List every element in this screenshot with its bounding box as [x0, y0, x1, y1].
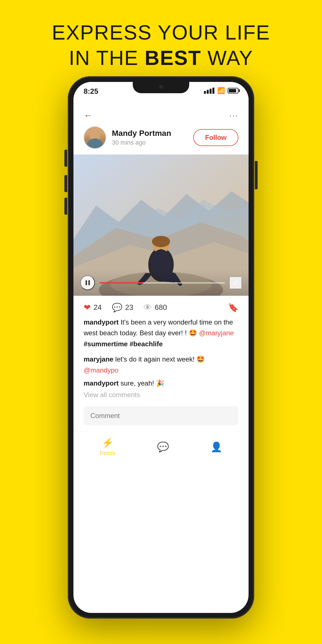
- caption-mention[interactable]: @maryjane: [199, 329, 234, 337]
- comment-2: mandyport sure, yeah! 🎉: [84, 378, 238, 389]
- hero-title: EXPRESS YOUR LIFE IN THE BEST WAY: [0, 20, 322, 71]
- hero-line1: EXPRESS YOUR LIFE: [52, 21, 270, 44]
- fullscreen-button[interactable]: ⤢: [229, 277, 242, 289]
- comment-input[interactable]: [84, 406, 238, 425]
- pause-button[interactable]: [80, 275, 95, 290]
- user-name: Mandy Portman: [112, 129, 193, 138]
- battery-fill: [229, 89, 236, 92]
- wifi-icon: 📶: [217, 87, 225, 94]
- avatar: [84, 126, 106, 149]
- pause-bar-left: [86, 280, 87, 285]
- comment-1-text: let's do it again next week! 🤩: [115, 355, 205, 363]
- comment-1-user: maryjane: [84, 355, 113, 363]
- notch: [133, 82, 189, 93]
- feeds-icon: ⚡: [102, 437, 114, 448]
- views-icon: 👁: [143, 303, 152, 312]
- svg-point-10: [152, 236, 170, 247]
- user-details: Mandy Portman 30 mins ago: [112, 129, 193, 146]
- status-icons: 📶: [204, 87, 238, 94]
- views-item: 👁 680: [143, 303, 167, 312]
- comment-input-area: [73, 402, 249, 431]
- hero-line2-suffix: WAY: [201, 47, 253, 69]
- status-bar: 8:25 📶: [73, 82, 249, 105]
- comment-1: maryjane let's do it again next week! 🤩 …: [84, 354, 238, 376]
- more-options-button[interactable]: ···: [229, 111, 238, 120]
- top-nav: ← ···: [73, 105, 249, 123]
- nav-feeds[interactable]: ⚡ Feeds: [100, 437, 116, 456]
- engagement-bar: ❤ 24 💬 23 👁 680 🔖: [73, 296, 249, 317]
- user-info: Mandy Portman 30 mins ago Follow: [73, 123, 249, 155]
- post-media: ⤢: [73, 155, 249, 296]
- notch-camera: [159, 85, 163, 89]
- likes-item: ❤ 24: [84, 303, 102, 312]
- comments-item: 💬 23: [112, 303, 133, 312]
- view-all-comments[interactable]: View all comments: [84, 391, 238, 399]
- signal-bar-1: [204, 91, 206, 94]
- phone-frame: 8:25 📶 ←: [68, 76, 254, 619]
- fullscreen-icon: ⤢: [232, 279, 239, 287]
- phone-screen: 8:25 📶 ←: [73, 82, 249, 613]
- avatar-image: [84, 127, 106, 148]
- nav-profile[interactable]: 👤: [210, 441, 222, 452]
- progress-fill: [99, 282, 143, 284]
- signal-bar-4: [212, 88, 214, 94]
- app-content: ← ··· Mandy Portman 30 mins ago Follow: [73, 105, 249, 613]
- video-controls: ⤢: [73, 270, 249, 296]
- bottom-nav: ⚡ Feeds 💬 👤: [73, 431, 249, 468]
- signal-bar-2: [207, 90, 209, 94]
- user-timestamp: 30 mins ago: [112, 139, 193, 146]
- signal-bar-3: [210, 89, 212, 94]
- hero-line2-prefix: IN THE: [69, 47, 145, 69]
- chat-icon: 💬: [157, 441, 169, 452]
- comment-2-user: mandyport: [84, 379, 119, 387]
- pause-icon: [86, 280, 90, 285]
- hero-section: EXPRESS YOUR LIFE IN THE BEST WAY: [0, 0, 322, 71]
- comment-icon[interactable]: 💬: [112, 303, 122, 312]
- comment-1-mention[interactable]: @mandypo: [84, 366, 118, 374]
- hero-line2-bold: BEST: [145, 47, 201, 69]
- nav-chat[interactable]: 💬: [157, 441, 169, 452]
- post-caption: mandyport It's been a very wonderful tim…: [73, 317, 249, 354]
- heart-icon[interactable]: ❤: [84, 303, 91, 312]
- likes-count: 24: [93, 303, 102, 312]
- pause-bar-right: [88, 280, 90, 285]
- profile-icon: 👤: [210, 441, 222, 452]
- battery-icon: [228, 88, 238, 93]
- caption-author: mandyport: [84, 318, 119, 326]
- follow-button[interactable]: Follow: [193, 129, 238, 146]
- back-button[interactable]: ←: [84, 110, 93, 121]
- comments-count: 23: [125, 303, 133, 312]
- comment-2-text: sure, yeah! 🎉: [121, 379, 164, 387]
- progress-bar[interactable]: [99, 282, 225, 284]
- feeds-label: Feeds: [100, 450, 116, 456]
- signal-icon: [204, 88, 214, 94]
- comments-section: maryjane let's do it again next week! 🤩 …: [73, 354, 249, 402]
- status-time: 8:25: [84, 87, 98, 96]
- views-count: 680: [155, 303, 167, 312]
- phone-wrapper: 8:25 📶 ←: [0, 71, 322, 619]
- bookmark-button[interactable]: 🔖: [228, 303, 238, 312]
- caption-hashtags[interactable]: #summertime #beachlife: [84, 340, 163, 348]
